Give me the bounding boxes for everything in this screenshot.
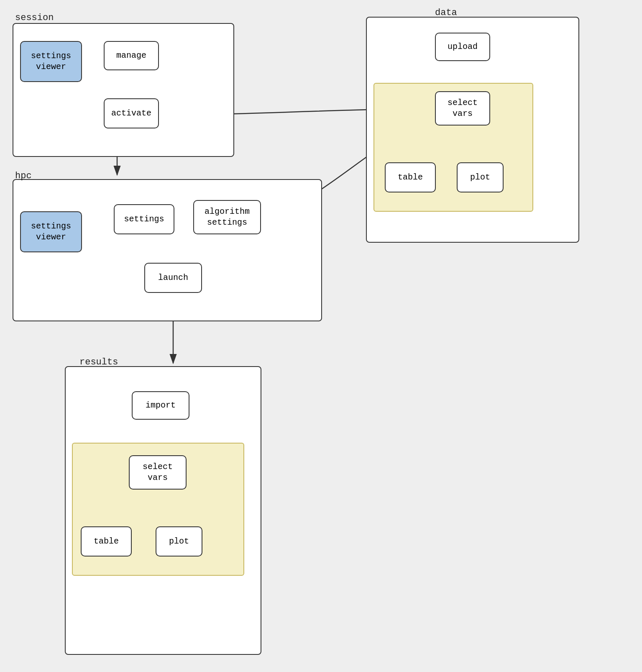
results-label: results [79,357,118,367]
results-table-node[interactable]: table [81,526,132,557]
session-label: session [15,13,54,23]
diagram-container: session hpc data results settings viewer… [0,0,642,672]
data-upload-node[interactable]: upload [435,33,490,61]
results-import-node[interactable]: import [132,391,189,420]
data-table-node[interactable]: table [385,162,436,192]
data-plot-node[interactable]: plot [457,162,504,192]
data-label: data [435,8,457,18]
hpc-algorithm-settings-node[interactable]: algorithm settings [193,200,261,234]
data-select-vars-node[interactable]: select vars [435,91,490,126]
session-activate-node[interactable]: activate [104,98,159,128]
results-plot-node[interactable]: plot [156,526,202,557]
hpc-settings-viewer-node[interactable]: settings viewer [20,211,82,252]
hpc-launch-node[interactable]: launch [144,263,202,293]
session-settings-viewer-node[interactable]: settings viewer [20,41,82,82]
hpc-settings-node[interactable]: settings [114,204,174,234]
session-manage-node[interactable]: manage [104,41,159,70]
results-select-vars-node[interactable]: select vars [129,455,187,490]
hpc-label: hpc [15,171,32,181]
